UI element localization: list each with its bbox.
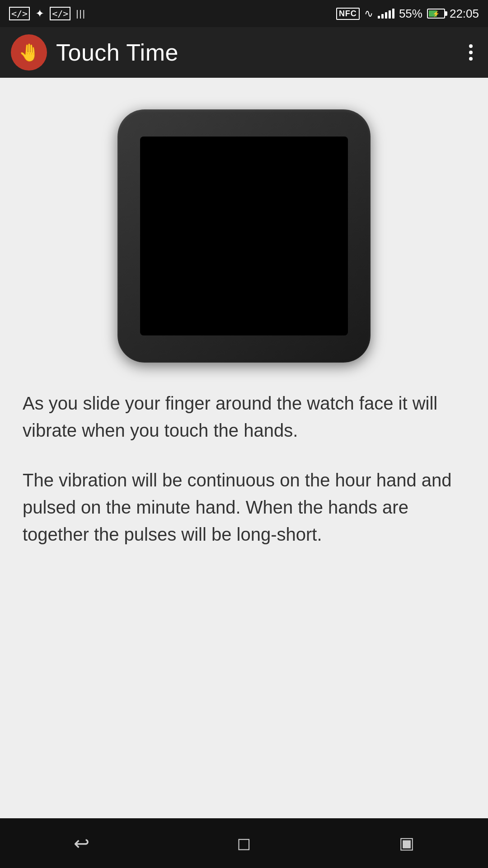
main-content: As you slide your finger around the watc…	[0, 78, 488, 818]
watch-screen	[140, 137, 348, 335]
description-section: As you slide your finger around the watc…	[18, 367, 470, 571]
status-bar: </> ✦ </> ||| NFC ∿ 55% ⚡ 22:05	[0, 0, 488, 27]
nfc-icon: NFC	[336, 8, 360, 20]
app-bar-left: 🤚 Touch Time	[11, 34, 178, 71]
code-icon-2: </>	[50, 7, 70, 20]
signal-icon	[378, 9, 394, 19]
status-icons-left: </> ✦ </> |||	[9, 7, 86, 20]
usb-icon: ✦	[35, 7, 44, 20]
overflow-dot-2	[469, 51, 473, 54]
time-display: 22:05	[450, 7, 479, 21]
nav-bar: ↩ ◻ ▣	[0, 818, 488, 868]
battery-percentage: 55%	[399, 7, 422, 21]
back-button[interactable]: ↩	[63, 825, 99, 861]
app-icon: 🤚	[11, 34, 47, 71]
overflow-dot-1	[469, 44, 473, 48]
overflow-dot-3	[469, 57, 473, 61]
watch-body[interactable]	[117, 109, 371, 363]
barcode-icon: |||	[76, 9, 86, 19]
app-bar: 🤚 Touch Time	[0, 27, 488, 78]
watch-preview-container	[113, 105, 375, 367]
overflow-menu-button[interactable]	[465, 40, 477, 65]
description-paragraph-1: As you slide your finger around the watc…	[23, 390, 465, 444]
battery-icon: ⚡	[427, 9, 445, 19]
home-button[interactable]: ◻	[226, 825, 262, 861]
status-icons-right: NFC ∿ 55% ⚡ 22:05	[336, 7, 479, 21]
description-paragraph-2: The vibration will be continuous on the …	[23, 467, 465, 548]
home-icon: ◻	[237, 833, 251, 853]
recent-apps-button[interactable]: ▣	[389, 825, 425, 861]
app-icon-hand: 🤚	[19, 42, 40, 62]
back-icon: ↩	[74, 832, 89, 854]
app-title: Touch Time	[56, 39, 178, 66]
code-icon-1: </>	[9, 7, 30, 20]
recent-apps-icon: ▣	[399, 834, 414, 853]
wifi-icon: ∿	[364, 7, 373, 20]
